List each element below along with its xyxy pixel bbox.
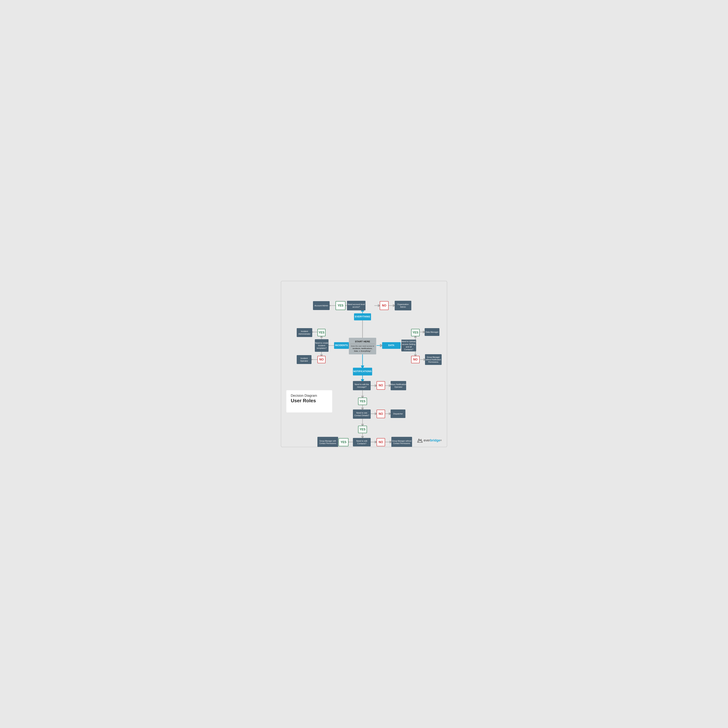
incident-templates-q-box: Need to create Incident templates? <box>315 339 329 352</box>
org-admin-box: Organization Admin <box>395 301 411 310</box>
legend-title: Decision Diagram <box>291 393 328 398</box>
everbridge-logo: everbridge® <box>417 438 442 443</box>
yes-edit-message-box: YES <box>358 398 367 405</box>
no-edit-contacts-box: NO <box>376 438 385 446</box>
yes-incident-templates-box: YES <box>317 329 326 336</box>
logo-ever: ever <box>424 439 430 442</box>
edit-contacts-q-box: Need to edit Contacts? <box>353 438 371 447</box>
data-box: DATA <box>382 342 401 349</box>
logo-symbol: ® <box>440 439 442 442</box>
yes-contact-details-box: YES <box>358 426 367 433</box>
no-data-upload-box: NO <box>411 356 420 363</box>
logo-bridge: bridge <box>430 439 440 442</box>
start-title: START HERE <box>350 340 375 344</box>
incidents-box: INCIDENTS <box>334 342 349 349</box>
everbridge-logo-icon <box>417 438 423 443</box>
everything-box: EVERYTHING <box>354 314 371 320</box>
incident-admin-box: Incident Administrator <box>297 328 312 337</box>
svg-marker-32 <box>418 439 422 442</box>
yes-data-upload-box: YES <box>411 329 420 336</box>
data-manager-box: Data Manager <box>425 328 439 336</box>
data-upload-q-box: Need to Upload, access Setting and all C… <box>401 340 416 352</box>
start-box: START HERE Does the user need access to … <box>349 338 376 354</box>
yes-account-box: YES <box>335 301 346 310</box>
no-edit-message-box: NO <box>376 381 385 390</box>
account-level-q-box: Need account level access? <box>347 301 366 310</box>
mass-notif-operator-box: Mass Notification Operator <box>391 381 406 390</box>
group-mgr-no-contact-box: Group Manager without Contact Permission… <box>392 437 412 447</box>
account-admin-box: Account Admin <box>313 301 330 310</box>
notifications-box: NOTIFICATIONS <box>353 368 372 375</box>
incident-operator-box: Incident Operator <box>297 355 312 364</box>
diagram-container: Account Admin YES Need account level acc… <box>281 281 447 447</box>
no-contact-details-box: NO <box>376 410 385 418</box>
start-desc: Does the user need access to Incidents, … <box>350 345 375 352</box>
group-mgr-no-notif-box: Group Manager without Notification Permi… <box>425 354 442 365</box>
no-incident-templates-box: NO <box>317 356 326 363</box>
group-mgr-contact-box: Group Manager with Contact Permissions <box>317 437 338 447</box>
yes-edit-contacts-box: YES <box>338 438 349 446</box>
legend-subtitle: User Roles <box>291 398 328 404</box>
edit-message-q-box: Need to edit the message? <box>353 381 371 390</box>
legend-box: Decision Diagram User Roles <box>286 390 332 413</box>
no-account-box: NO <box>380 301 388 310</box>
contact-details-q-box: Need to see Contact Details? <box>353 410 371 419</box>
dispatcher-box: Dispatcher <box>391 410 405 418</box>
